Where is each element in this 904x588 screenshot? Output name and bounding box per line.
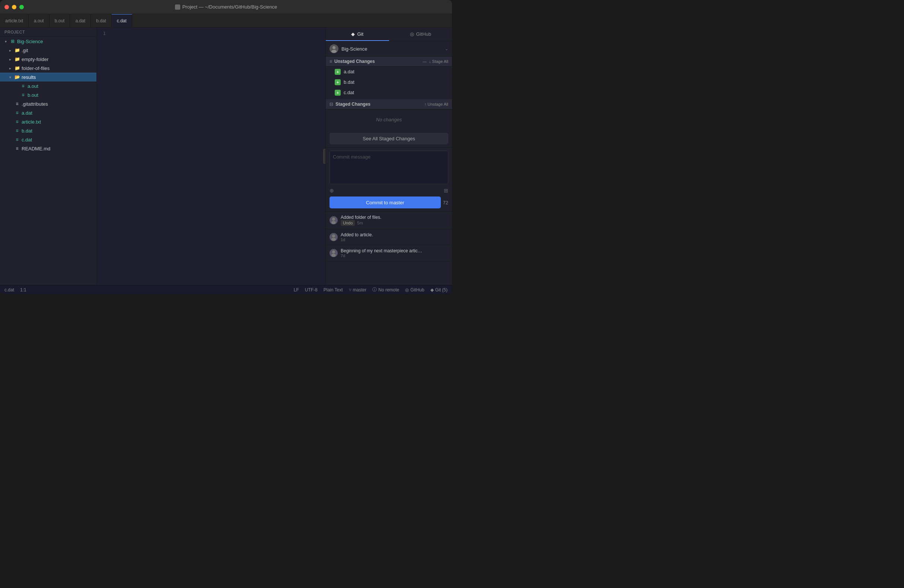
github-tab-label: GitHub — [416, 31, 431, 37]
status-github[interactable]: ◎ GitHub — [405, 287, 424, 293]
chevron-right-icon: ▸ — [8, 66, 13, 70]
sidebar-item-folder-of-files[interactable]: ▸ 📁 folder-of-files — [0, 64, 96, 73]
sidebar-item-label: article.txt — [22, 119, 96, 125]
commit-button-row: Commit to master 72 — [326, 197, 452, 211]
tab-a-out[interactable]: a.out — [28, 14, 49, 27]
status-encoding[interactable]: UTF-8 — [305, 287, 318, 293]
sidebar-item-big-science[interactable]: ▾ ⊞ Big-Science — [0, 37, 96, 46]
change-filename: b.dat — [344, 79, 447, 85]
stage-all-button[interactable]: ↓ Stage All — [429, 59, 448, 64]
file-icon: ≡ — [20, 84, 26, 88]
history-item-2[interactable]: Beginning of my next masterpiece artic… … — [326, 245, 452, 261]
tab-b-out[interactable]: b.out — [49, 14, 70, 27]
traffic-lights — [5, 5, 24, 9]
sidebar-item-results[interactable]: ▾ 📂 results — [0, 73, 96, 82]
sidebar-item-b-dat[interactable]: ≡ b.dat — [0, 126, 96, 135]
tab-bar: article.txt a.out b.out a.dat b.dat c.da… — [0, 14, 452, 28]
see-all-staged-changes-button[interactable]: See All Staged Changes — [330, 133, 448, 144]
tab-github[interactable]: ◎ GitHub — [389, 28, 452, 41]
sidebar-header: Project — [0, 28, 96, 37]
commit-info: Added folder of files. Undo 5m — [341, 215, 448, 226]
sidebar-item-a-out[interactable]: ≡ a.out — [0, 82, 96, 90]
added-badge: + — [335, 90, 341, 96]
branch-name: master — [353, 287, 367, 293]
chevron-down-icon: ⌄ — [445, 47, 448, 51]
sidebar-item-gitattributes[interactable]: ≡ .gitattributes — [0, 99, 96, 108]
commit-count: 72 — [443, 200, 448, 205]
sidebar-item-label: b.dat — [22, 128, 96, 134]
commit-meta: 1d — [341, 237, 448, 242]
status-branch[interactable]: ⑂ master — [349, 287, 367, 293]
history-item-1[interactable]: Added to article. 1d — [326, 229, 452, 245]
tab-article-txt[interactable]: article.txt — [0, 14, 28, 27]
chevron-down-icon: ▾ — [8, 75, 13, 79]
git-tab-icon: ◆ — [351, 31, 355, 37]
sidebar-item-b-out[interactable]: ≡ b.out — [0, 90, 96, 99]
chevron-down-icon: ▾ — [3, 39, 8, 44]
svg-point-6 — [332, 251, 335, 254]
sidebar-item-article-txt[interactable]: ≡ article.txt — [0, 117, 96, 126]
avatar — [330, 233, 338, 241]
file-icon: ≡ — [14, 137, 20, 142]
expand-icon[interactable]: ⊞ — [444, 188, 448, 194]
status-bar: c.dat 1:1 LF UTF-8 Plain Text ⑂ master ⓘ… — [0, 285, 452, 294]
sidebar-item-empty-folder[interactable]: ▸ 📁 empty-folder — [0, 55, 96, 64]
sidebar-item-git[interactable]: ▸ 📁 .git — [0, 46, 96, 55]
avatar — [330, 216, 338, 224]
close-button[interactable] — [5, 5, 9, 9]
no-changes-label: No changes — [326, 109, 452, 130]
tab-c-dat[interactable]: c.dat — [112, 14, 132, 27]
sidebar-item-label: README.md — [22, 146, 96, 151]
commit-message: Added to article. — [341, 232, 448, 237]
history-item-0[interactable]: Added folder of files. Undo 5m — [326, 212, 452, 229]
commit-message-input[interactable] — [330, 151, 448, 184]
svg-point-7 — [331, 254, 336, 257]
folder-icon: ⊞ — [9, 39, 16, 44]
unstaged-file-a-dat[interactable]: + a.dat — [326, 66, 452, 77]
tab-git[interactable]: ◆ Git — [326, 28, 389, 41]
status-remote[interactable]: ⓘ No remote — [372, 287, 399, 293]
unstaged-file-b-dat[interactable]: + b.dat — [326, 77, 452, 87]
unstage-all-button[interactable]: ↑ Unstage All — [424, 102, 448, 106]
git-label: Git (5) — [435, 287, 447, 293]
titlebar: Project — ~/Documents/GitHub/Big-Science — [0, 0, 452, 14]
sidebar-item-a-dat[interactable]: ≡ a.dat — [0, 108, 96, 117]
status-line-ending[interactable]: LF — [294, 287, 299, 293]
main-layout: Project ▾ ⊞ Big-Science ▸ 📁 .git ▸ 📁 emp… — [0, 28, 452, 285]
sidebar-item-c-dat[interactable]: ≡ c.dat — [0, 135, 96, 144]
sidebar-item-readme[interactable]: ≡ README.md — [0, 144, 96, 153]
recent-commits: Added folder of files. Undo 5m Added to … — [326, 211, 452, 285]
undo-button[interactable]: Undo — [341, 220, 355, 226]
commit-time: 5m — [357, 221, 363, 225]
status-git[interactable]: ◆ Git (5) — [430, 287, 447, 293]
added-badge: + — [335, 69, 341, 75]
tab-a-dat[interactable]: a.dat — [70, 14, 91, 27]
maximize-button[interactable] — [19, 5, 24, 9]
tab-b-dat[interactable]: b.dat — [91, 14, 112, 27]
avatar-icon — [330, 233, 337, 241]
editor-area: 1 ‹ — [97, 28, 326, 285]
add-coauthor-icon[interactable]: ⊕ — [330, 188, 334, 194]
collapse-sidebar-button[interactable]: ‹ — [323, 149, 326, 164]
tab-spacer — [132, 14, 452, 27]
minimize-unstaged-button[interactable]: — — [423, 59, 427, 64]
remote-icon: ⓘ — [372, 287, 377, 293]
commit-area: ⊕ ⊞ — [326, 147, 452, 197]
staged-changes-header: ⊟ Staged Changes ↑ Unstage All — [326, 99, 452, 109]
avatar — [330, 44, 338, 53]
commit-to-master-button[interactable]: Commit to master — [330, 197, 441, 208]
minimize-button[interactable] — [12, 5, 16, 9]
sidebar-item-label: a.out — [28, 84, 96, 89]
editor-line-1: 1 — [97, 30, 326, 36]
commit-info: Added to article. 1d — [341, 232, 448, 242]
unstaged-changes-header: ≡ Unstaged Changes — ↓ Stage All — [326, 57, 452, 66]
status-syntax[interactable]: Plain Text — [324, 287, 343, 293]
chevron-right-icon: ▸ — [8, 57, 13, 61]
line-number: 1 — [97, 30, 112, 36]
git-icon: ◆ — [430, 287, 434, 293]
svg-point-1 — [331, 50, 337, 53]
folder-icon: 📁 — [14, 57, 20, 62]
unstaged-file-c-dat[interactable]: + c.dat — [326, 87, 452, 98]
editor-content[interactable]: 1 — [97, 28, 326, 285]
repo-selector[interactable]: Big-Science ⌄ — [326, 41, 452, 57]
